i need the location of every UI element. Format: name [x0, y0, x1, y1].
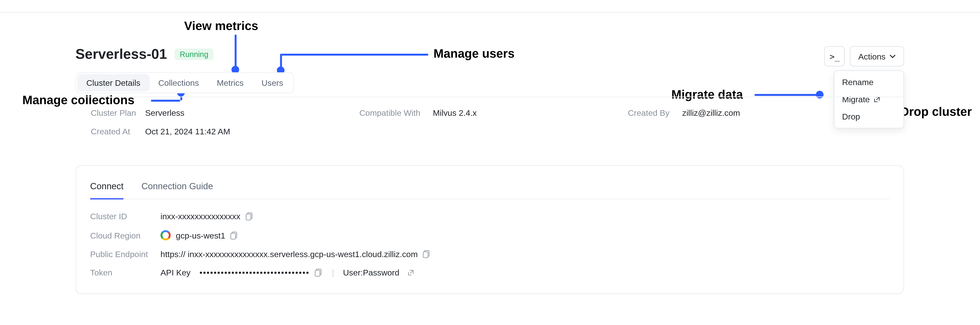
connect-tab-guide[interactable]: Connection Guide — [142, 175, 213, 199]
info-created-by-value: zilliz@zilliz.com — [682, 108, 740, 118]
terminal-button[interactable]: >_ — [824, 46, 845, 67]
connect-card: Connect Connection Guide Cluster ID inxx… — [76, 165, 904, 294]
token-label: Token — [90, 268, 154, 277]
top-divider — [0, 12, 980, 13]
copy-icon[interactable] — [315, 269, 323, 277]
external-link-icon[interactable] — [407, 269, 414, 276]
content-divider — [76, 97, 904, 97]
annotation-drop-cluster: Drop cluster — [900, 105, 972, 119]
header-actions: >_ Actions Rename Migrate — [824, 46, 904, 67]
token-userpass: User:Password — [343, 268, 399, 277]
endpoint-label: Public Endpoint — [90, 249, 154, 259]
info-compatible-label: Compatible With — [360, 108, 426, 118]
tab-users[interactable]: Users — [253, 74, 292, 91]
svg-rect-5 — [423, 252, 428, 258]
annotation-line — [754, 94, 818, 96]
copy-icon[interactable] — [423, 250, 431, 258]
cluster-name: Serverless-01 — [76, 46, 167, 63]
actions-button[interactable]: Actions — [850, 46, 904, 67]
info-created-at-value: Oct 21, 2024 11:42 AM — [145, 127, 230, 136]
region-label: Cloud Region — [90, 230, 154, 240]
menu-item-label: Rename — [842, 77, 873, 87]
annotation-view-metrics: View metrics — [184, 19, 258, 33]
endpoint-value: https:// inxx-xxxxxxxxxxxxxxx.serverless… — [161, 249, 418, 259]
tab-collections[interactable]: Collections — [149, 74, 208, 91]
info-plan-label: Cluster Plan — [91, 108, 139, 118]
info-compatible-value: Milvus 2.4.x — [433, 108, 477, 118]
annotation-dot — [816, 91, 824, 99]
info-card: Cluster Plan Serverless Compatible With … — [76, 104, 904, 141]
status-badge: Running — [175, 49, 213, 60]
chevron-down-icon — [889, 53, 896, 59]
row-token: Token API Key ••••••••••••••••••••••••••… — [90, 263, 889, 282]
copy-icon[interactable] — [245, 212, 254, 221]
token-masked: ••••••••••••••••••••••••••••••• — [199, 268, 309, 277]
svg-rect-7 — [315, 270, 320, 276]
copy-icon[interactable] — [231, 231, 239, 239]
cluster-id-value: inxx-xxxxxxxxxxxxxxx — [161, 212, 240, 221]
svg-rect-3 — [231, 233, 235, 239]
row-cloud-region: Cloud Region gcp-us-west1 — [90, 226, 889, 245]
token-api-key-label: API Key — [161, 268, 191, 277]
connect-tab-connect[interactable]: Connect — [90, 175, 124, 199]
annotation-line — [151, 100, 180, 102]
tab-metrics[interactable]: Metrics — [208, 74, 253, 91]
cluster-id-label: Cluster ID — [90, 212, 154, 221]
menu-item-label: Migrate — [842, 95, 870, 104]
row-public-endpoint: Public Endpoint https:// inxx-xxxxxxxxxx… — [90, 245, 889, 263]
main-tabs: Cluster Details Collections Metrics User… — [76, 72, 294, 94]
tab-cluster-details[interactable]: Cluster Details — [78, 74, 149, 91]
info-created-at-label: Created At — [91, 127, 139, 136]
svg-rect-1 — [246, 214, 251, 220]
annotation-migrate-data: Migrate data — [671, 88, 743, 102]
actions-menu-rename[interactable]: Rename — [834, 73, 904, 91]
info-created-by-label: Created By — [628, 108, 676, 118]
row-cluster-id: Cluster ID inxx-xxxxxxxxxxxxxxx — [90, 207, 889, 226]
info-plan-value: Serverless — [145, 108, 185, 118]
region-value: gcp-us-west1 — [176, 230, 225, 240]
page-header: Serverless-01 Running >_ Actions Rename — [76, 46, 904, 63]
actions-label: Actions — [858, 51, 885, 61]
connect-tabs: Connect Connection Guide — [90, 175, 889, 199]
separator: | — [328, 268, 338, 277]
terminal-icon: >_ — [830, 51, 840, 61]
gcp-icon — [161, 230, 171, 241]
